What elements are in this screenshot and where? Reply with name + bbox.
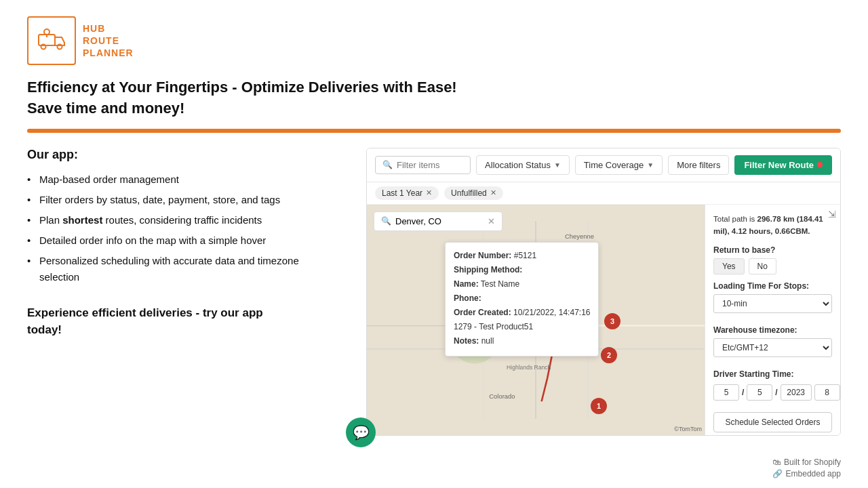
filter-new-route-button[interactable]: Filter New Route bbox=[734, 155, 832, 175]
driver-starting-time-label: Driver Starting Time: bbox=[713, 369, 832, 379]
tomtom-credit: ©TomTom bbox=[674, 426, 702, 432]
collapse-button[interactable]: ⇲ bbox=[828, 209, 836, 220]
logo-area: HUB ROUTE PLANNER bbox=[27, 16, 841, 65]
map-container: Cheyenne Colorado Denver Highlands Ranch… bbox=[367, 205, 705, 435]
allocation-status-button[interactable]: Allocation Status ▼ bbox=[476, 155, 570, 175]
filter-search-box[interactable]: 🔍 bbox=[375, 156, 471, 174]
route-marker-2[interactable]: 2 bbox=[601, 347, 617, 363]
total-path-info: Total path is 296.78 km (184.41 mil), 4.… bbox=[713, 213, 832, 238]
remove-tag-icon[interactable]: ✕ bbox=[426, 188, 432, 197]
embedded-app: 🔗 Embedded app bbox=[772, 469, 841, 479]
tag-row: Last 1 Year ✕ Unfulfilled ✕ bbox=[367, 182, 840, 205]
warehouse-timezone-select[interactable]: Etc/GMT+12 Etc/GMT+0 America/Denver bbox=[713, 338, 832, 357]
no-button[interactable]: No bbox=[749, 258, 776, 274]
return-to-base-label: Return to base? bbox=[713, 245, 832, 255]
route-marker-3[interactable]: 3 bbox=[604, 313, 620, 329]
list-item: Plan shortest routes, considering traffi… bbox=[27, 212, 339, 228]
more-filters-button[interactable]: More filters bbox=[668, 155, 729, 175]
yes-no-row: Yes No bbox=[713, 258, 832, 274]
yes-button[interactable]: Yes bbox=[713, 258, 745, 274]
date-day-input[interactable] bbox=[747, 384, 772, 401]
svg-text:Highlands Ranch: Highlands Ranch bbox=[507, 364, 551, 371]
time-hour-input[interactable] bbox=[814, 384, 840, 401]
app-topbar: 🔍 Allocation Status ▼ Time Coverage ▼ Mo… bbox=[367, 148, 840, 182]
map-search-icon: 🔍 bbox=[381, 216, 391, 226]
schedule-selected-orders-button[interactable]: Schedule Selected Orders bbox=[713, 412, 832, 432]
feature-list: Map-based order management Filter orders… bbox=[27, 171, 339, 285]
notification-dot bbox=[817, 162, 823, 167]
map-search-clear-icon[interactable]: ✕ bbox=[488, 216, 495, 226]
remove-tag-icon[interactable]: ✕ bbox=[490, 188, 496, 197]
built-for-shopify: 🛍 Built for Shopify bbox=[772, 458, 841, 467]
our-app-label: Our app: bbox=[27, 148, 339, 162]
list-item: Personalized scheduling with accurate da… bbox=[27, 253, 339, 285]
map-search-input[interactable] bbox=[395, 216, 488, 226]
logo-box bbox=[27, 16, 76, 65]
tag-unfulfilled: Unfulfilled ✕ bbox=[444, 186, 503, 200]
date-year-input[interactable] bbox=[781, 384, 812, 401]
map-area: Cheyenne Colorado Denver Highlands Ranch… bbox=[367, 205, 840, 435]
filter-search-input[interactable] bbox=[397, 160, 463, 170]
cta-text: Experience efficient deliveries - try ou… bbox=[27, 304, 339, 339]
search-icon: 🔍 bbox=[382, 160, 393, 169]
app-right-sidebar: ⇲ Total path is 296.78 km (184.41 mil), … bbox=[705, 205, 840, 435]
list-item: Map-based order management bbox=[27, 171, 339, 188]
logo-text: HUB ROUTE PLANNER bbox=[83, 22, 134, 60]
app-screenshot: 🔍 Allocation Status ▼ Time Coverage ▼ Mo… bbox=[366, 148, 841, 436]
tag-last-1-year: Last 1 Year ✕ bbox=[375, 186, 439, 200]
chevron-down-icon: ▼ bbox=[647, 161, 654, 169]
footer: 🛍 Built for Shopify 🔗 Embedded app bbox=[772, 458, 841, 479]
time-coverage-button[interactable]: Time Coverage ▼ bbox=[575, 155, 663, 175]
svg-text:Cheyenne: Cheyenne bbox=[565, 232, 594, 239]
orange-divider bbox=[27, 129, 841, 133]
headline: Efficiency at Your Fingertips - Optimize… bbox=[27, 77, 841, 119]
main-layout: Our app: Map-based order management Filt… bbox=[27, 148, 841, 436]
list-item: Detailed order info on the map with a si… bbox=[27, 232, 339, 249]
warehouse-timezone-label: Warehouse timezone: bbox=[713, 325, 832, 335]
shopify-icon: 🛍 bbox=[772, 458, 781, 467]
chevron-down-icon: ▼ bbox=[554, 161, 561, 169]
list-item: Filter orders by status, date, payment, … bbox=[27, 192, 339, 208]
loading-time-label: Loading Time For Stops: bbox=[713, 281, 832, 291]
loading-time-select[interactable]: 10-min 5-min 15-min bbox=[713, 294, 832, 313]
svg-text:Colorado: Colorado bbox=[489, 392, 515, 400]
embedded-icon: 🔗 bbox=[772, 469, 783, 479]
date-month-input[interactable] bbox=[713, 384, 739, 401]
driver-time-row: / / : ✕ ▭ + − bbox=[713, 382, 832, 403]
route-marker-1[interactable]: 1 bbox=[591, 398, 607, 414]
order-info-popup: Order Number: #5121 Shipping Method: Nam… bbox=[445, 242, 599, 357]
map-search-box: 🔍 ✕ bbox=[374, 211, 502, 231]
svg-point-3 bbox=[44, 29, 50, 35]
left-column: Our app: Map-based order management Filt… bbox=[27, 148, 339, 339]
chat-bubble-button[interactable]: 💬 bbox=[346, 418, 376, 447]
